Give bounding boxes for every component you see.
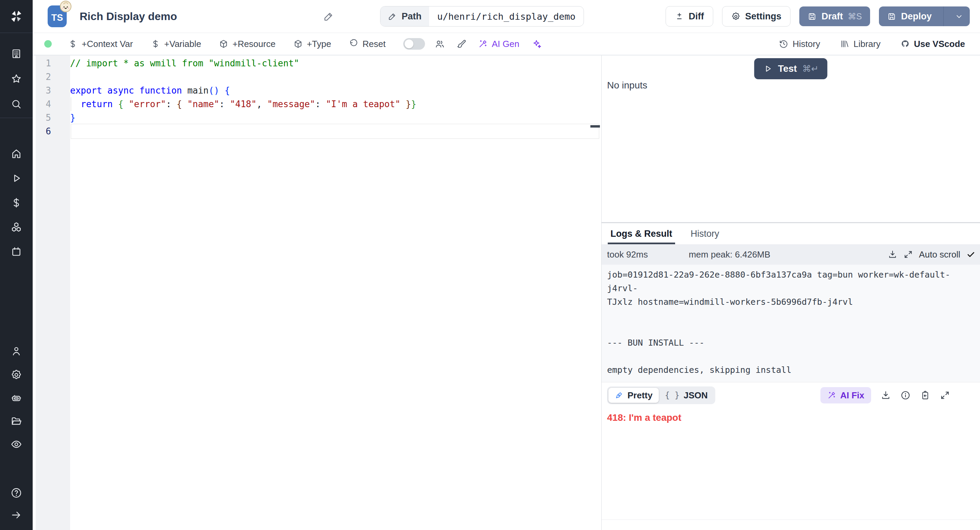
magic-wand-icon <box>827 391 836 400</box>
toggle-knob <box>404 40 414 48</box>
add-variable-label: +Variable <box>164 39 202 49</box>
tab-logs-and-result[interactable]: Logs & Result <box>609 223 674 244</box>
library-label: Library <box>853 39 880 49</box>
line-number: 3 <box>36 84 70 97</box>
settings-button[interactable]: Settings <box>722 6 791 27</box>
expand-logs-icon[interactable] <box>904 250 913 259</box>
line-number: 6 <box>36 124 70 138</box>
path-label: Path <box>401 11 422 22</box>
play-icon <box>763 64 772 73</box>
result-actions: AI Fix <box>821 387 950 403</box>
multiplayer-toggle[interactable] <box>403 38 425 50</box>
deploy-dropdown-button[interactable] <box>948 12 970 21</box>
statusbar-actions: Auto scroll <box>888 249 975 260</box>
code-editor[interactable]: 123456 // import * as wmill from "windmi… <box>33 56 601 530</box>
download-result-icon[interactable] <box>881 390 891 400</box>
info-icon[interactable] <box>900 390 911 400</box>
sidebar-item-resources-cubes-icon[interactable] <box>11 221 22 233</box>
code-line[interactable]: return { "error": { "name": "418", "mess… <box>70 97 590 111</box>
add-resource-button[interactable]: +Resource <box>219 39 275 49</box>
sidebar-item-help-icon[interactable] <box>11 487 22 499</box>
test-button[interactable]: Test ⌘↵ <box>754 58 827 79</box>
sidebar <box>0 0 33 530</box>
header-actions: Diff Settings Draft ⌘S Deploy <box>666 6 970 27</box>
bun-runtime-icon <box>60 0 72 13</box>
header: TS Rich Display demo Path u/henri/rich_d… <box>33 0 980 33</box>
add-variable-button[interactable]: +Variable <box>151 39 202 49</box>
multiplayer-users-icon[interactable] <box>434 39 445 49</box>
sidebar-item-audit-eye-icon[interactable] <box>11 438 22 450</box>
add-type-button[interactable]: +Type <box>293 39 331 49</box>
pretty-view-button[interactable]: Pretty <box>608 388 659 403</box>
code-line[interactable]: } <box>70 111 590 124</box>
add-context-var-button[interactable]: +Context Var <box>68 39 133 49</box>
line-number: 2 <box>36 70 70 84</box>
library-button[interactable]: Library <box>840 39 880 49</box>
sidebar-item-workers-robot-icon[interactable] <box>11 392 22 404</box>
braces-icon: { } <box>665 390 679 400</box>
code-line[interactable] <box>70 124 590 138</box>
sidebar-expand-arrow-icon[interactable] <box>11 509 22 521</box>
sidebar-item-settings-gear-icon[interactable] <box>11 369 22 381</box>
sidebar-item-workspace-building-icon[interactable] <box>11 48 22 60</box>
sidebar-item-variables-dollar-icon[interactable] <box>11 197 22 208</box>
sidebar-item-users-person-icon[interactable] <box>11 345 22 357</box>
sidebar-item-home-icon[interactable] <box>11 148 22 160</box>
refresh-icon <box>349 39 358 49</box>
sidebar-item-folders-icon[interactable] <box>11 415 22 427</box>
path-button[interactable]: Path u/henri/rich_display_demo <box>380 6 584 27</box>
ai-gen-button[interactable]: AI Gen <box>478 39 519 49</box>
no-inputs-text: No inputs <box>607 80 647 91</box>
dollar-icon <box>151 39 160 49</box>
deploy-button[interactable]: Deploy <box>879 6 970 26</box>
format-brush-icon[interactable] <box>456 39 466 49</box>
language-status-dot <box>44 40 52 48</box>
sidebar-item-search-icon[interactable] <box>11 98 22 110</box>
line-number: 5 <box>36 111 70 124</box>
scrollbar-position-marker[interactable] <box>590 125 600 128</box>
path-value[interactable]: u/henri/rich_display_demo <box>429 6 584 26</box>
tab-history[interactable]: History <box>689 223 721 244</box>
draft-button[interactable]: Draft ⌘S <box>799 6 870 26</box>
content: 123456 // import * as wmill from "windmi… <box>33 56 980 530</box>
use-vscode-label: Use VScode <box>914 39 965 49</box>
line-number: 1 <box>36 57 70 70</box>
save-icon <box>887 12 896 21</box>
history-label: History <box>792 39 820 49</box>
code-line[interactable]: // import * as wmill from "windmill-clie… <box>70 57 590 70</box>
code-line[interactable]: export async function main() { <box>70 84 590 97</box>
reset-button[interactable]: Reset <box>349 39 385 49</box>
editor-toolbar: +Context Var +Variable +Resource +Type R… <box>33 33 980 56</box>
deploy-button-divider <box>943 6 943 26</box>
diff-button[interactable]: Diff <box>666 6 713 27</box>
json-view-button[interactable]: { } JSON <box>659 388 714 403</box>
code-line[interactable] <box>70 70 590 84</box>
pretty-label: Pretty <box>627 390 653 401</box>
settings-label: Settings <box>745 11 782 22</box>
sidebar-item-schedules-calendar-icon[interactable] <box>11 246 22 257</box>
windmill-logo-icon[interactable] <box>8 8 24 24</box>
mem-peak-text: mem peak: 6.426MB <box>689 249 770 260</box>
history-button[interactable]: History <box>779 39 820 49</box>
main-column: TS Rich Display demo Path u/henri/rich_d… <box>33 0 980 530</box>
auto-scroll-check-icon[interactable] <box>966 250 975 259</box>
pencil-icon <box>388 12 397 21</box>
use-vscode-button[interactable]: Use VScode <box>900 39 965 49</box>
history-clock-icon <box>779 39 788 49</box>
magic-wand-icon <box>478 39 488 49</box>
result-view-toggle: Pretty { } JSON <box>607 386 715 404</box>
error-result-text: 418: I'm a teapot <box>607 412 980 423</box>
sidebar-item-favorites-star-icon[interactable] <box>11 73 22 85</box>
ai-gen-label: AI Gen <box>492 39 519 49</box>
inputs-section: Test ⌘↵ No inputs <box>601 56 980 223</box>
ai-sparkles-icon[interactable] <box>531 39 542 49</box>
sidebar-item-runs-play-icon[interactable] <box>11 173 22 184</box>
code-area[interactable]: // import * as wmill from "windmill-clie… <box>70 56 590 530</box>
path-label-section[interactable]: Path <box>380 6 429 26</box>
download-logs-icon[interactable] <box>888 250 897 259</box>
copy-clipboard-icon[interactable] <box>920 390 930 400</box>
ai-fix-button[interactable]: AI Fix <box>821 387 871 403</box>
ai-fix-label: AI Fix <box>840 390 864 401</box>
edit-summary-pencil-icon[interactable] <box>323 11 334 22</box>
expand-result-icon[interactable] <box>940 390 950 400</box>
